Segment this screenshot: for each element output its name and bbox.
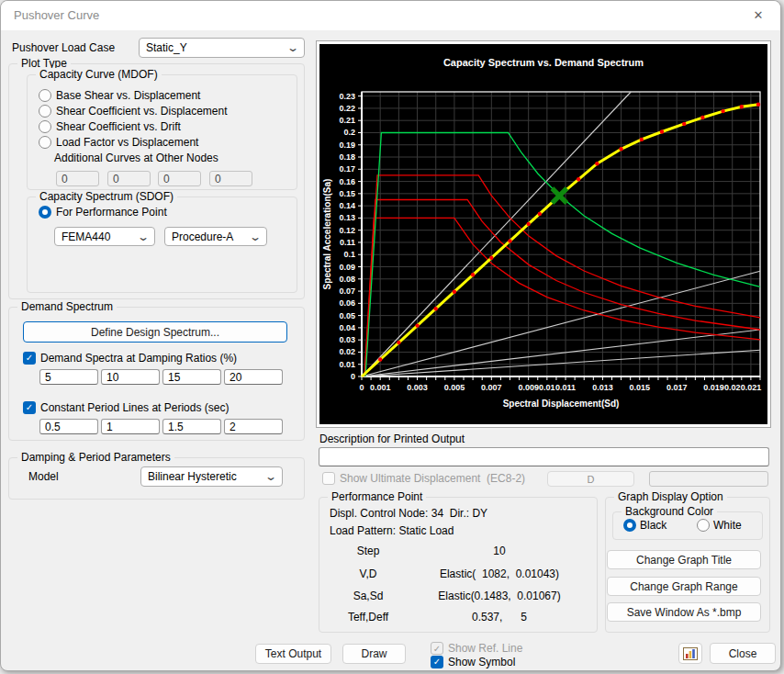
control-node-line: Displ. Control Node: 34 Dir.: DY	[330, 507, 487, 521]
radio-background-white[interactable]	[697, 519, 710, 532]
change-graph-range-button[interactable]: Change Graph Range	[607, 577, 761, 596]
model-combobox[interactable]: Bilinear Hysteretic ⌄	[140, 466, 283, 487]
pp-row-label: Teff,Deff	[322, 611, 414, 623]
svg-text:0.021: 0.021	[741, 383, 762, 392]
damping-ratios-label[interactable]: Demand Spectra at Damping Ratios (%)	[40, 352, 237, 365]
radio-shear-coeff-drift[interactable]	[39, 120, 51, 133]
node-input-1	[56, 171, 99, 186]
svg-text:0.02: 0.02	[339, 347, 355, 356]
show-ref-line-label: Show Ref. Line	[448, 642, 522, 656]
radio-shear-coeff-disp[interactable]	[39, 105, 51, 118]
text-output-button[interactable]: Text Output	[255, 644, 331, 664]
period-3[interactable]	[162, 419, 221, 434]
svg-text:0.13: 0.13	[339, 213, 355, 222]
pp-row-label: Step	[322, 545, 414, 557]
svg-text:0.2: 0.2	[343, 128, 355, 137]
radio-black-label[interactable]: Black	[640, 519, 666, 533]
svg-text:0.11: 0.11	[340, 238, 355, 247]
load-case-value: Static_Y	[146, 41, 187, 54]
damping-ratio-4[interactable]	[224, 369, 283, 385]
svg-text:0.005: 0.005	[444, 383, 465, 392]
dialog-title: Pushover Curve	[14, 8, 99, 22]
radio-background-black[interactable]	[623, 519, 636, 532]
chevron-down-icon: ⌄	[286, 44, 299, 51]
show-symbol-label[interactable]: Show Symbol	[448, 656, 515, 669]
radio-white-label[interactable]: White	[713, 519, 742, 533]
background-color-caption: Background Color	[622, 505, 717, 519]
svg-text:0.019: 0.019	[703, 383, 724, 392]
radio-performance-point-label[interactable]: For Performance Point	[56, 206, 167, 219]
ultimate-displacement-label: Show Ultimate Displacement (EC8-2)	[340, 472, 525, 486]
svg-text:0.08: 0.08	[339, 275, 355, 284]
svg-text:0.013: 0.013	[592, 383, 613, 392]
load-case-label: Pushover Load Case	[12, 41, 115, 55]
ultimate-field	[649, 471, 768, 487]
period-2[interactable]	[101, 419, 160, 434]
damping-ratio-2[interactable]	[101, 369, 160, 385]
svg-text:0.04: 0.04	[339, 323, 355, 332]
damping-ratios-checkbox[interactable]: ✓	[23, 352, 36, 365]
model-label: Model	[28, 470, 59, 484]
node-input-3	[158, 171, 201, 186]
svg-text:0.01: 0.01	[539, 383, 555, 392]
save-window-bmp-button[interactable]: Save Window As *.bmp	[607, 602, 761, 622]
sdof-caption: Capacity Spectrum (SDOF)	[36, 190, 177, 204]
d-button: D	[547, 471, 634, 487]
radio-base-shear[interactable]	[39, 89, 51, 102]
bar-chart-icon	[683, 647, 698, 660]
chevron-down-icon: ⌄	[249, 233, 262, 241]
chart-panel: 00.0010.0030.0050.0070.0090.010.0110.013…	[317, 41, 770, 427]
radio-load-factor[interactable]	[39, 136, 51, 149]
period-1[interactable]	[39, 419, 98, 434]
procedure-combobox[interactable]: Procedure-A ⌄	[164, 227, 267, 246]
description-input[interactable]	[319, 447, 769, 466]
radio-performance-point[interactable]	[39, 206, 51, 219]
show-symbol-checkbox[interactable]: ✓	[431, 656, 443, 668]
svg-text:0.05: 0.05	[339, 311, 355, 320]
pushover-curve-dialog: Pushover Curve ✕ Pushover Load Case Stat…	[0, 0, 781, 671]
procedure-value: Procedure-A	[172, 230, 233, 243]
radio-base-shear-label[interactable]: Base Shear vs. Displacement	[56, 89, 200, 103]
pp-row-label: Sa,Sd	[322, 590, 414, 602]
mdof-caption: Capacity Curve (MDOF)	[36, 68, 162, 82]
define-design-spectrum-button[interactable]: Define Design Spectrum...	[23, 321, 287, 343]
svg-text:0: 0	[351, 372, 355, 381]
radio-shear-coeff-drift-label[interactable]: Shear Coefficient vs. Drift	[56, 120, 181, 134]
svg-text:0.003: 0.003	[407, 383, 428, 392]
draw-button[interactable]: Draw	[342, 644, 406, 664]
close-button[interactable]: Close	[710, 643, 776, 664]
svg-text:0.03: 0.03	[339, 335, 355, 344]
load-case-combobox[interactable]: Static_Y ⌄	[139, 38, 305, 58]
description-label: Description for Printed Output	[319, 432, 465, 446]
mini-chart-button[interactable]	[678, 643, 702, 664]
svg-text:0.15: 0.15	[339, 189, 355, 198]
svg-text:0.16: 0.16	[339, 177, 355, 186]
pp-row-label: V,D	[322, 567, 414, 580]
radio-shear-coeff-disp-label[interactable]: Shear Coefficient vs. Displacement	[56, 105, 228, 118]
pp-row-value: Elastic( 1082, 0.01043)	[408, 567, 591, 580]
svg-text:0.01: 0.01	[339, 360, 355, 369]
svg-text:0.07: 0.07	[339, 286, 355, 296]
period-lines-checkbox[interactable]: ✓	[23, 401, 36, 414]
svg-text:0.1: 0.1	[343, 250, 355, 259]
pp-row-value: 0.537, 5	[408, 611, 591, 623]
change-graph-title-button[interactable]: Change Graph Title	[607, 550, 761, 569]
code-combobox[interactable]: FEMA440 ⌄	[54, 227, 155, 246]
capacity-demand-chart: 00.0010.0030.0050.0070.0090.010.0110.013…	[319, 44, 767, 424]
pp-row-value: Elastic(0.1483, 0.01067)	[408, 590, 591, 602]
damping-params-caption: Damping & Period Parameters	[17, 451, 174, 465]
svg-text:0.22: 0.22	[339, 104, 355, 113]
close-icon[interactable]: ✕	[747, 6, 769, 26]
damping-ratio-1[interactable]	[39, 369, 98, 385]
node-input-2	[107, 171, 151, 186]
svg-text:Capacity Spectrum vs. Demand S: Capacity Spectrum vs. Demand Spectrum	[443, 57, 644, 68]
svg-text:0.14: 0.14	[339, 201, 355, 210]
svg-text:0.017: 0.017	[666, 383, 688, 392]
svg-text:0.007: 0.007	[481, 383, 502, 392]
radio-load-factor-label[interactable]: Load Factor vs Displacement	[56, 136, 198, 150]
code-value: FEMA440	[62, 230, 110, 243]
period-lines-label[interactable]: Constant Period Lines at Periods (sec)	[40, 401, 229, 415]
svg-text:0.17: 0.17	[339, 164, 355, 174]
damping-ratio-3[interactable]	[162, 369, 221, 385]
period-4[interactable]	[224, 419, 283, 434]
